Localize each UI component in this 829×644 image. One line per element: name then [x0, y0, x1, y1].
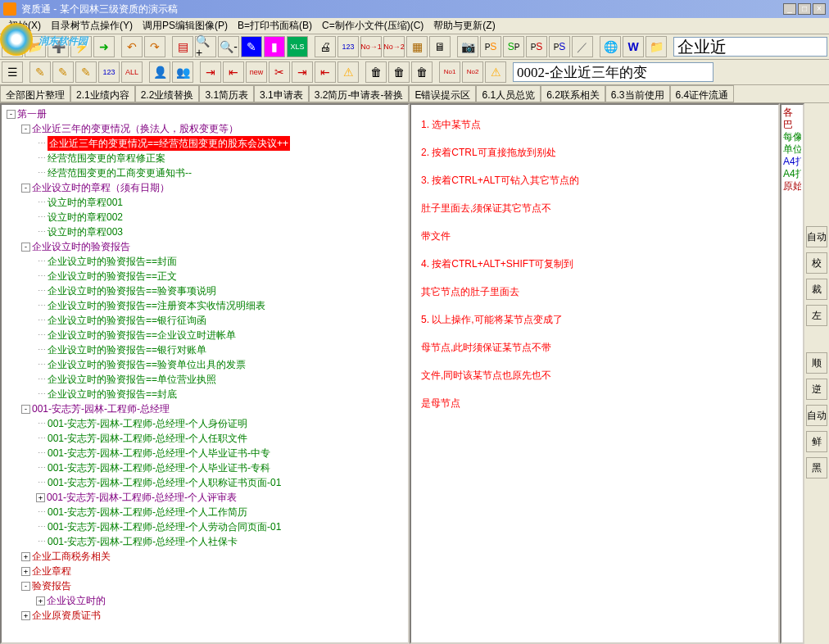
menu-compress[interactable]: C=制作小文件(压缩)(C): [317, 17, 428, 34]
tree-node[interactable]: 第一册: [17, 107, 47, 121]
tree-node[interactable]: 企业设立时的章程（须有日期）: [32, 180, 170, 195]
tree-node[interactable]: 企业设立时的验资报告==单位营业执照: [48, 372, 216, 387]
tab-6-3[interactable]: 6.3当前使用: [605, 85, 670, 102]
tree-node[interactable]: 001-安志芳-园林-工程师-总经理-个人工作简历: [48, 505, 247, 519]
word-icon[interactable]: W: [623, 36, 644, 57]
tool2-del3-icon[interactable]: 🗑: [411, 61, 433, 83]
tab-3-1a[interactable]: 3.1简历表: [199, 85, 254, 102]
tree-node[interactable]: 设立时的章程003: [48, 224, 123, 239]
tree-node[interactable]: 设立时的章程002: [48, 210, 123, 224]
tool2-no2-icon[interactable]: No2: [462, 61, 483, 83]
expander-icon[interactable]: +: [21, 552, 30, 561]
btn-left[interactable]: 左: [806, 305, 827, 326]
no1-icon[interactable]: No→1: [360, 36, 382, 57]
tree-node[interactable]: 企业设立时的验资报告==银行对账单: [48, 342, 206, 357]
tool2-123-icon[interactable]: 123: [98, 61, 120, 83]
minimize-button[interactable]: _: [783, 3, 796, 15]
zoom-in-icon[interactable]: 🔍+: [195, 36, 216, 57]
stack-icon[interactable]: ▦: [406, 36, 428, 57]
print-icon[interactable]: 🖨: [315, 36, 336, 57]
tree-node[interactable]: 验资报告: [32, 578, 71, 593]
btn-cw[interactable]: 顺: [806, 352, 827, 374]
tree-node[interactable]: 企业设立时的验资报告==注册资本实收情况明细表: [48, 298, 265, 313]
folder-icon[interactable]: 📁: [646, 36, 667, 57]
zoom-out-icon[interactable]: 🔍-: [218, 36, 239, 57]
btn-black[interactable]: 黑: [806, 457, 827, 478]
tree-node[interactable]: 001-安志芳-园林-工程师-总经理-个人毕业证书-中专: [48, 446, 270, 460]
menu-help[interactable]: 帮助与更新(Z): [428, 17, 500, 34]
tree-node[interactable]: 企业设立时的验资报告: [32, 239, 130, 254]
tree-node[interactable]: 001-安志芳-园林-工程师-总经理-个人毕业证书-专科: [48, 460, 270, 475]
tool2-user1-icon[interactable]: 👤: [149, 61, 170, 83]
tool2-del1-icon[interactable]: 🗑: [365, 61, 387, 83]
ps3-icon[interactable]: PS: [526, 36, 547, 57]
bolt-icon[interactable]: ⚡: [70, 36, 92, 57]
tree-node[interactable]: 企业原资质证书: [32, 608, 101, 623]
tree-node[interactable]: 企业设立时的验资报告==正文: [48, 269, 177, 283]
menu-print[interactable]: B=打印书面稿(B): [233, 17, 317, 34]
tool2-arr3-icon[interactable]: ⇥: [292, 61, 313, 83]
tree-node[interactable]: 企业设立时的验资报告==验资单位出具的发票: [48, 357, 246, 372]
arrow-icon[interactable]: ➜: [93, 36, 115, 57]
tab-6-2[interactable]: 6.2联系相关: [541, 85, 605, 102]
tree-node[interactable]: 001-安志芳-园林-工程师-总经理-个人劳动合同页面-01: [48, 519, 281, 534]
tool2-cut-icon[interactable]: ✂: [269, 61, 290, 83]
ps4-icon[interactable]: PS: [549, 36, 570, 57]
tree-view[interactable]: -第一册 -企业近三年的变更情况（换法人，股权变更等） ⋯企业近三年的变更情况=…: [0, 103, 410, 644]
btn-crop[interactable]: 裁: [806, 279, 827, 300]
tool2-all-icon[interactable]: ALL: [121, 61, 143, 83]
tab-6-4[interactable]: 6.4证件流通: [670, 85, 735, 102]
btn-auto1[interactable]: 自动: [806, 226, 827, 247]
tool2-del2-icon[interactable]: 🗑: [388, 61, 410, 83]
expander-icon[interactable]: -: [21, 243, 30, 252]
page123-icon[interactable]: 123: [337, 36, 359, 57]
btn-ccw[interactable]: 逆: [806, 379, 827, 400]
tree-node[interactable]: 企业工商税务相关: [32, 549, 111, 564]
tool2-edit2-icon[interactable]: ✎: [52, 61, 74, 83]
pen-icon[interactable]: ✎: [241, 36, 262, 57]
tree-node[interactable]: 001-安志芳-园林-工程师-总经理-个人评审表: [47, 490, 237, 505]
tree-node[interactable]: 企业设立时的验资报告==封底: [48, 387, 177, 401]
tab-3-2[interactable]: 3.2简历-申请表-替换: [309, 85, 410, 102]
no2-icon[interactable]: No→2: [383, 36, 405, 57]
new-icon[interactable]: ✴: [2, 36, 23, 57]
expander-icon[interactable]: -: [7, 110, 16, 119]
tool2-user2-icon[interactable]: 👥: [172, 61, 193, 83]
camera-icon[interactable]: 📷: [457, 36, 478, 57]
tree-node[interactable]: 企业设立时的验资报告==封面: [48, 254, 177, 269]
tab-6-1[interactable]: 6.1人员总览: [476, 85, 541, 102]
tree-node[interactable]: 企业设立时的: [47, 593, 106, 608]
btn-check[interactable]: 校: [806, 252, 827, 274]
expander-icon[interactable]: +: [36, 596, 45, 605]
tool2-new-icon[interactable]: new: [246, 61, 267, 83]
align-icon[interactable]: ▤: [172, 36, 193, 57]
tab-2-1[interactable]: 2.1业绩内容: [70, 85, 135, 102]
expander-icon[interactable]: -: [21, 184, 30, 193]
tool2-edit1-icon[interactable]: ✎: [29, 61, 51, 83]
tree-node[interactable]: 001-安志芳-园林-工程师-总经理: [32, 401, 170, 416]
tree-node[interactable]: 企业设立时的验资报告==企业设立时进帐单: [48, 328, 236, 342]
btn-fresh[interactable]: 鲜: [806, 431, 827, 452]
btn-auto2[interactable]: 自动: [806, 405, 827, 426]
expander-icon[interactable]: -: [21, 582, 30, 591]
slash-icon[interactable]: ／: [572, 36, 593, 57]
highlight-icon[interactable]: ▮: [264, 36, 285, 57]
xls-icon[interactable]: XLS: [287, 36, 308, 57]
tree-node[interactable]: 经营范围变更的工商变更通知书--: [48, 166, 192, 180]
tab-2-2[interactable]: 2.2业绩替换: [135, 85, 200, 102]
tree-node[interactable]: 001-安志芳-园林-工程师-总经理-个人社保卡: [48, 534, 238, 549]
monitor-icon[interactable]: 🖥: [429, 36, 451, 57]
expander-icon[interactable]: +: [21, 611, 30, 620]
tree-node[interactable]: 设立时的章程001: [48, 195, 123, 210]
web-icon[interactable]: 🌐: [600, 36, 621, 57]
tool2-warn1-icon[interactable]: ⚠: [337, 61, 359, 83]
tool2-arr4-icon[interactable]: ⇤: [315, 61, 336, 83]
tree-node[interactable]: 001-安志芳-园林-工程师-总经理-个人身份证明: [48, 416, 247, 431]
expander-icon[interactable]: +: [36, 493, 45, 502]
tab-all-images[interactable]: 全部图片整理: [0, 85, 70, 102]
tab-errors[interactable]: E错误提示区: [409, 85, 476, 102]
tree-node[interactable]: 企业章程: [32, 564, 71, 578]
ps1-icon[interactable]: PS: [480, 36, 501, 57]
ps2-icon[interactable]: SP: [503, 36, 524, 57]
tree-node[interactable]: 企业设立时的验资报告==验资事项说明: [48, 283, 216, 298]
